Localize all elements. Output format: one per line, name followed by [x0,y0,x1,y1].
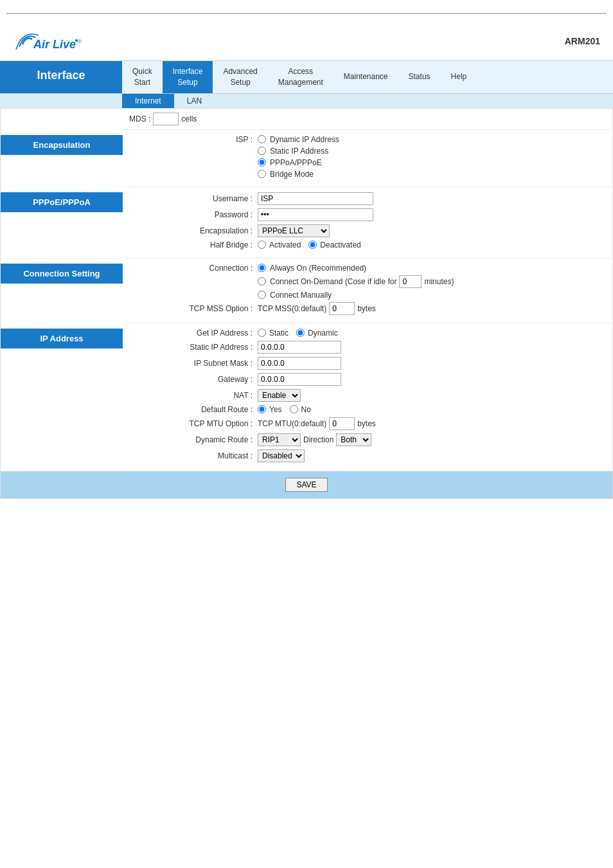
get-ip-static-label: Static [269,329,289,338]
connection-wrapper: Connection Setting Connection : Always O… [1,258,612,323]
pppoe-title: PPPoE/PPPoA [1,192,123,212]
direction-select[interactable]: Both In Out None [336,433,371,446]
isp-dynamic[interactable]: Dynamic IP Address [258,135,339,144]
tcp-mss-row: TCP MSS Option : TCP MSS(0:default) byte… [129,302,606,315]
encap-select[interactable]: PPPoE LLC PPPoE VC-Mux PPPoA LLC PPPoA V… [258,224,330,237]
half-bridge-activated-radio[interactable] [258,240,266,249]
isp-pppoa[interactable]: PPPoA/PPPoE [258,158,339,167]
password-input[interactable] [258,208,373,221]
dynamic-route-row: Dynamic Route : RIP1 RIP2-B RIP2-M Direc… [129,433,606,446]
get-ip-dynamic-radio[interactable] [296,329,305,337]
ip-address-title: IP Address [1,329,123,348]
isp-pppoa-radio[interactable] [258,158,266,167]
half-bridge-deactivated[interactable]: Deactivated [308,240,360,249]
connection-row: Connection : Always On (Recommended) Con… [129,264,606,300]
isp-static[interactable]: Static IP Address [258,147,339,156]
tcp-mtu-row: TCP MTU Option : TCP MTU(0:default) byte… [129,417,606,430]
sub-nav-lan[interactable]: LAN [174,94,215,108]
mds-label: MDS : [129,114,150,123]
default-route-yes-radio[interactable] [258,405,266,413]
default-route-row: Default Route : Yes No [129,405,606,414]
encap-select-label: Encapsulation : [129,226,258,235]
default-route-yes-label: Yes [269,405,282,414]
connection-content: Connection : Always On (Recommended) Con… [123,258,612,323]
tcp-mtu-input[interactable] [329,417,355,430]
tcp-mtu-suffix: bytes [357,419,376,428]
half-bridge-deactivated-radio[interactable] [308,240,317,249]
nav-maintenance[interactable]: Maintenance [333,66,398,87]
nav-quick-start[interactable]: QuickStart [122,61,163,93]
default-route-no[interactable]: No [290,405,311,414]
get-ip-row: Get IP Address : Static Dynamic [129,329,606,338]
tcp-mtu-label: TCP MTU Option : [129,419,258,428]
isp-dynamic-radio[interactable] [258,135,266,143]
conn-demand-radio[interactable] [258,277,266,285]
username-input[interactable] [258,192,373,205]
nat-row: NAT : Enable Disable [129,389,606,402]
nav-interface-setup[interactable]: InterfaceSetup [163,61,213,93]
subnet-input[interactable] [258,357,341,370]
isp-bridge-radio[interactable] [258,170,266,178]
conn-manual-label: Connect Manually [270,291,332,300]
isp-static-label: Static IP Address [270,147,328,156]
get-ip-dynamic-label: Dynamic [308,329,338,338]
username-row: Username : [129,192,606,205]
conn-always[interactable]: Always On (Recommended) [258,264,454,273]
username-label: Username : [129,194,258,203]
tcp-mss-prefix: TCP MSS(0:default) [258,304,326,313]
default-route-no-label: No [301,405,311,414]
gateway-input[interactable] [258,373,341,386]
isp-options: Dynamic IP Address Static IP Address PPP… [258,135,339,179]
get-ip-static-radio[interactable] [258,329,266,337]
isp-label: ISP : [129,135,258,144]
model-name: ARM201 [565,36,600,46]
isp-bridge[interactable]: Bridge Mode [258,170,339,179]
subnet-row: IP Subnet Mask : [129,357,606,370]
isp-static-radio[interactable] [258,147,266,155]
static-ip-input[interactable] [258,341,341,354]
static-ip-row: Static IP Address : [129,341,606,354]
tcp-mss-input[interactable] [329,302,355,315]
conn-always-radio[interactable] [258,264,266,272]
ip-address-wrapper: IP Address Get IP Address : Static Dynam… [1,323,612,471]
conn-manual[interactable]: Connect Manually [258,291,454,300]
password-label: Password : [129,210,258,219]
multicast-select[interactable]: Disabled Enabled [258,449,305,462]
conn-demand-minutes-suffix: minutes) [424,277,454,286]
half-bridge-activated[interactable]: Activated [258,240,301,249]
conn-always-label: Always On (Recommended) [270,264,366,273]
pppoe-sidebar: PPPoE/PPPoA [1,187,123,258]
mds-input[interactable]: 0 [153,113,179,125]
multicast-row: Multicast : Disabled Enabled [129,449,606,462]
encapsulation-title: Encapsulation [1,135,123,155]
half-bridge-row: Half Bridge : Activated Deactivated [129,240,606,249]
dynamic-route-field: RIP1 RIP2-B RIP2-M Direction Both In Out… [258,433,371,446]
nat-select[interactable]: Enable Disable [258,389,301,402]
svg-text:Air Live: Air Live [33,38,76,51]
connection-title: Connection Setting [1,264,123,284]
dynamic-route-select[interactable]: RIP1 RIP2-B RIP2-M [258,433,301,446]
get-ip-static[interactable]: Static [258,329,289,338]
static-ip-label: Static IP Address : [129,343,258,352]
sub-nav-internet[interactable]: Internet [122,94,174,108]
encapsulation-content: ISP : Dynamic IP Address Static IP Addre… [123,130,612,187]
pppoe-content: Username : Password : Encapsulation : PP… [123,187,612,258]
default-route-label: Default Route : [129,405,258,414]
nav-help[interactable]: Help [441,66,477,87]
conn-demand-minutes-input[interactable] [399,275,422,288]
default-route-no-radio[interactable] [290,405,298,413]
nav-status[interactable]: Status [398,66,441,87]
nav-bar: Interface QuickStart InterfaceSetup Adva… [0,60,613,94]
isp-bridge-label: Bridge Mode [270,170,314,179]
multicast-label: Multicast : [129,451,258,460]
conn-demand[interactable]: Connect On-Demand (Cose if idle for minu… [258,275,454,288]
conn-demand-label: Connect On-Demand (Cose if idle for [270,277,396,286]
nav-access-management[interactable]: AccessManagement [268,61,333,93]
tcp-mss-suffix: bytes [357,304,376,313]
conn-manual-radio[interactable] [258,291,266,299]
nav-advanced-setup[interactable]: AdvancedSetup [213,61,267,93]
save-button[interactable]: SAVE [285,478,327,492]
get-ip-dynamic[interactable]: Dynamic [296,329,338,338]
tcp-mss-field: TCP MSS(0:default) bytes [258,302,376,315]
default-route-yes[interactable]: Yes [258,405,282,414]
